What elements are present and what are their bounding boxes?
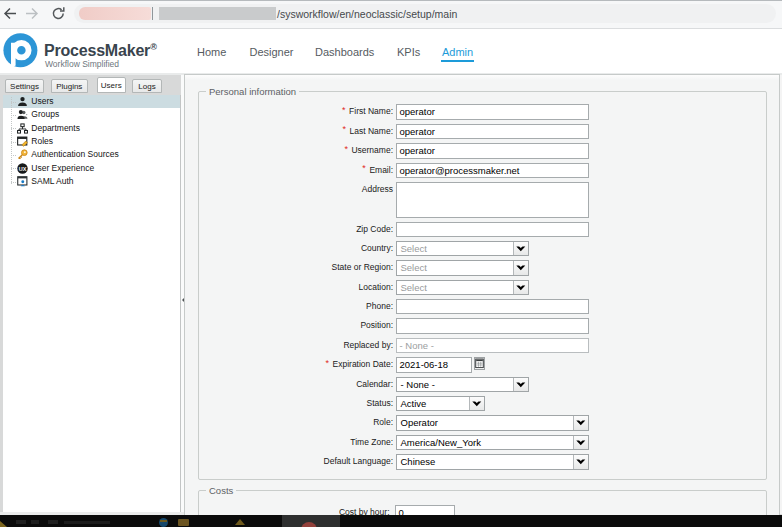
svg-text:UX: UX [19,165,27,171]
